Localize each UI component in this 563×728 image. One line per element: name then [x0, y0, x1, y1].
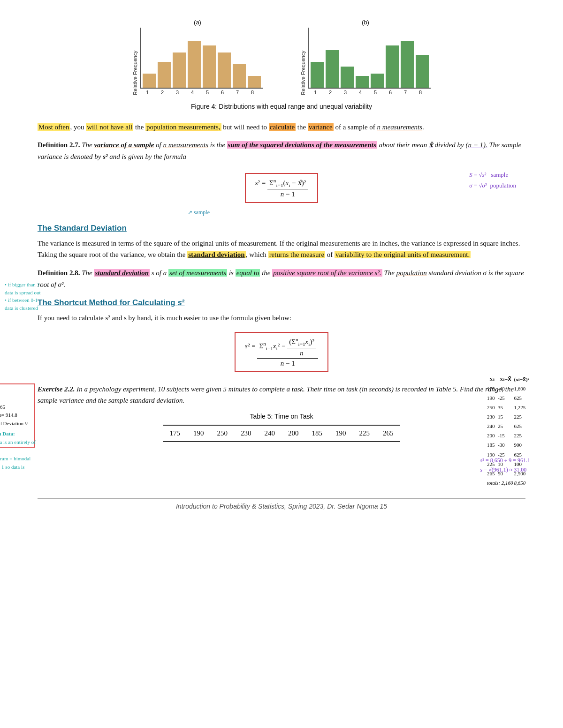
- table5-v5: 240: [258, 425, 282, 442]
- formula1-denominator: n − 1: [279, 189, 297, 198]
- def-27-text: The variance of a sample of n measuremen…: [38, 141, 521, 160]
- side-row-2: 190-25625: [487, 394, 529, 402]
- def-28-label: Definition 2.8.: [38, 269, 80, 277]
- bar-b-2: [326, 50, 339, 88]
- formula2-inner-den: n: [298, 348, 305, 357]
- formula1-numerator: Σni=1(xi − x̄)²: [267, 178, 308, 189]
- chart-a-label: (a): [194, 19, 201, 26]
- def-27-mean: x̄: [429, 141, 433, 149]
- bar-a-1: [143, 74, 156, 88]
- chart-a-x-labels: 1 2 3 4 5 6 7 8: [140, 90, 263, 95]
- bar-a-4: [188, 41, 201, 88]
- figure-area: (a) Relative Frequency 1: [38, 19, 525, 110]
- def-28-sd: standard deviation: [94, 269, 150, 277]
- def-28-equal: equal to: [236, 269, 260, 277]
- table5-v9: 225: [353, 425, 377, 442]
- x-label-a-5: 5: [201, 90, 214, 95]
- x-label-b-3: 3: [339, 90, 352, 95]
- x-label-b-6: 6: [384, 90, 397, 95]
- table5-caption: Table 5: Time on Task: [38, 411, 525, 422]
- formula2-fraction: Σni=1xi² − (Σni=1xi)² n n − 1: [257, 337, 318, 368]
- side-row-7: 185-30900: [487, 441, 529, 449]
- chart-b-bars-row: [308, 28, 431, 89]
- bar-a-7: [233, 64, 246, 88]
- cyan-line4: data is clustered: [5, 304, 61, 312]
- x-label-b-4: 4: [354, 90, 367, 95]
- definition-28: Definition 2.8. The standard deviation s…: [38, 267, 525, 291]
- left-n: n=2,160: [0, 387, 31, 395]
- formula2-lhs: s² =: [245, 342, 257, 350]
- margin-annotation-right: S = √s² sample σ = √σ² population: [469, 169, 516, 191]
- text-returns: returns the measure: [268, 251, 325, 258]
- table5-v7: 185: [305, 425, 329, 442]
- chart-b-y-axis: Relative Frequency: [300, 51, 306, 95]
- def-28-set: set of measurements: [168, 269, 227, 277]
- formula2-inner-fraction: (Σni=1xi)² n: [287, 337, 316, 357]
- conclusions-line3: → SD bigger than 1 so data is spread out: [0, 463, 38, 480]
- x-label-a-6: 6: [216, 90, 229, 95]
- exercise-22-label: Exercise 2.2.: [38, 385, 75, 393]
- formula1-box: s² = Σni=1(xi − x̄)² n − 1: [245, 173, 319, 203]
- x-label-a-7: 7: [231, 90, 244, 95]
- conclusions-line2: → shape of histogram = bimodal: [0, 455, 38, 463]
- solution-line2: s = √(961.1) ≈ 31.00: [480, 465, 530, 475]
- chart-b: (b) Relative Frequency 1: [300, 19, 431, 95]
- page-footer: Introduction to Probability & Statistics…: [38, 498, 525, 510]
- margin-sigma-pop: σ = √σ² population: [469, 180, 516, 191]
- formula2-box: s² = Σni=1xi² − (Σni=1xi)² n n − 1: [235, 332, 328, 372]
- intro-paragraph: Most often, you will not have all the po…: [38, 121, 525, 133]
- left-variance: Sample Variance= 914.8: [0, 411, 31, 420]
- side-row-3: 250351,225: [487, 403, 529, 412]
- bar-a-3: [173, 53, 186, 88]
- table5-v4: 230: [234, 425, 258, 442]
- cyan-line2: data is spread out: [5, 289, 61, 297]
- x-label-a-8: 8: [246, 90, 259, 95]
- chart-a-bars-area: 1 2 3 4 5 6 7 8: [140, 28, 263, 95]
- sd-paragraph: The variance is measured in terms of the…: [38, 238, 525, 261]
- def-27-s2: s²: [103, 153, 107, 160]
- formula2-inner-num: (Σni=1xi)²: [287, 337, 316, 348]
- def-27-variance-sample: variance of a sample: [94, 141, 154, 149]
- highlight-calculate: calculate: [269, 123, 296, 131]
- x-label-b-5: 5: [369, 90, 382, 95]
- bar-a-6: [218, 53, 231, 88]
- conclusions-line1: → most of the data is an entirely of ran…: [0, 438, 38, 455]
- chart-a-bars-row: [140, 28, 263, 89]
- def-27-label: Definition 2.7.: [38, 141, 80, 149]
- highlight-most-often: Most often: [38, 123, 70, 131]
- formula1-area: s² = Σni=1(xi − x̄)² n − 1 S = √s² sampl…: [38, 169, 525, 207]
- chart-a-y-axis: Relative Frequency: [132, 51, 138, 95]
- formula2-area: s² = Σni=1xi² − (Σni=1xi)² n n − 1: [38, 328, 525, 376]
- exercise-22-text: Exercise 2.2. In a psychology experiment…: [38, 383, 525, 407]
- chart-b-x-labels: 1 2 3 4 5 6 7 8: [308, 90, 431, 95]
- chart-b-bars-area: 1 2 3 4 5 6 7 8: [308, 28, 431, 95]
- table5-v2: 190: [187, 425, 211, 442]
- def-27-sum-squared: sum of the squared deviations of the mea…: [227, 141, 377, 149]
- side-col-diff: Xi−X̄: [498, 375, 513, 383]
- bar-b-3: [341, 67, 354, 88]
- conclusions-note: Conclusions from Data: → most of the dat…: [0, 430, 38, 480]
- side-row-1: 175-401,600: [487, 384, 529, 393]
- table5-v3: 250: [211, 425, 235, 442]
- bar-a-2: [158, 62, 171, 88]
- side-col-xi: Xi: [487, 375, 497, 383]
- cyan-line3: • if between 0-1: [5, 296, 61, 304]
- footer-solutions: s² = 8,650 ÷ 9 = 961.1 s = √(961.1) ≈ 31…: [480, 456, 530, 475]
- highlight-will-not-have: will not have all: [86, 123, 133, 131]
- bar-b-7: [401, 41, 414, 88]
- chart-b-label: (b): [362, 19, 369, 26]
- table5-v1: 175: [163, 425, 187, 442]
- left-mean: x̄(sample)= 215: [0, 395, 31, 403]
- formula2-denominator: n − 1: [279, 359, 297, 368]
- highlight-population-measurements: population measurements,: [145, 123, 221, 131]
- table5-section: Table 5: Time on Task 175 190 250 230 24…: [38, 411, 525, 442]
- formula1-lhs: s² =: [255, 179, 267, 187]
- footer-text: Introduction to Probability & Statistics…: [176, 503, 387, 510]
- side-col-sq: (xi−x̄)²: [514, 375, 529, 383]
- table5: 175 190 250 230 240 200 185 190 225 265: [163, 425, 400, 442]
- side-row-6: 200-15225: [487, 431, 529, 440]
- solution-line1: s² = 8,650 ÷ 9 = 961.1: [480, 456, 530, 465]
- x-label-a-2: 2: [156, 90, 169, 95]
- x-label-b-8: 8: [414, 90, 427, 95]
- bar-b-4: [356, 76, 369, 88]
